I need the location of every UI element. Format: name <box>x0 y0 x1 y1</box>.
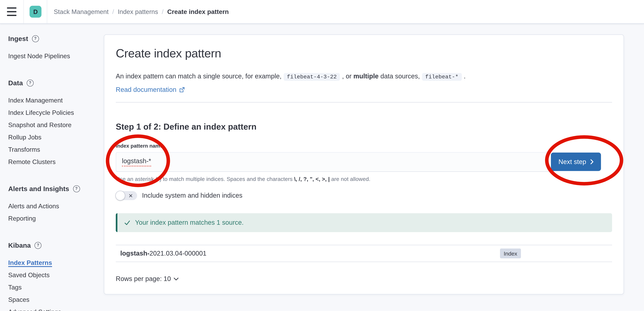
sidebar-header-alerts-insights: Alerts and Insights ? <box>8 185 101 193</box>
index-pattern-name-label: Index pattern name <box>116 143 612 149</box>
index-name-rest: 2021.03.04-000001 <box>150 250 206 257</box>
read-documentation-label: Read documentation <box>116 86 176 94</box>
sidebar-item-ingest-node-pipelines[interactable]: Ingest Node Pipelines <box>8 50 101 62</box>
hidden-indices-toggle-row: ✕ Include system and hidden indices <box>116 191 612 201</box>
breadcrumb-separator: / <box>162 8 164 15</box>
sidebar-group-alerts-insights: Alerts and Insights ? Alerts and Actions… <box>8 185 101 225</box>
breadcrumb-current-page: Create index pattern <box>167 8 229 15</box>
sidebar-header-kibana: Kibana ? <box>8 241 101 249</box>
rows-per-page-button[interactable]: Rows per page: 10 <box>116 275 179 283</box>
check-icon <box>124 220 130 226</box>
index-type-badge: Index <box>500 249 521 258</box>
table-row: logstash-2021.03.04-000001 <box>120 245 206 262</box>
screenshot-stage: D Stack Management / Index patterns / Cr… <box>0 0 644 311</box>
sidebar-header-label: Alerts and Insights <box>8 185 69 193</box>
matching-sources-table: logstash-2021.03.04-000001 Index <box>116 245 612 262</box>
help-question-icon[interactable]: ? <box>32 35 39 42</box>
read-documentation-link[interactable]: Read documentation <box>116 86 184 94</box>
page-title: Create index pattern <box>116 46 612 60</box>
sidebar-group-ingest: Ingest ? Ingest Node Pipelines <box>8 34 101 62</box>
chevron-right-icon <box>590 159 594 165</box>
sidebar-item-spaces[interactable]: Spaces <box>8 294 101 306</box>
success-callout: Your index pattern matches 1 source. <box>116 213 612 232</box>
next-step-button[interactable]: Next step <box>551 153 601 171</box>
sidebar-item-alerts-and-actions[interactable]: Alerts and Actions <box>8 200 101 212</box>
input-help-text: Use an asterisk (*) to match multiple in… <box>116 176 612 183</box>
chevron-down-icon <box>174 277 179 280</box>
sidebar-item-tags[interactable]: Tags <box>8 281 101 294</box>
rows-per-page-label: Rows per page: 10 <box>116 275 171 283</box>
sidebar-item-snapshot-and-restore[interactable]: Snapshot and Restore <box>8 119 101 131</box>
intro-part: . <box>464 73 466 80</box>
toggle-label: Include system and hidden indices <box>142 192 242 199</box>
intro-part: An index pattern can match a single sour… <box>116 73 282 80</box>
sidebar-item-saved-objects[interactable]: Saved Objects <box>8 269 101 281</box>
help-question-icon[interactable]: ? <box>73 185 80 192</box>
sidebar-item-advanced-settings[interactable]: Advanced Settings <box>8 306 101 311</box>
create-index-pattern-panel: Create index pattern An index pattern ca… <box>104 34 624 295</box>
sidebar-item-reporting[interactable]: Reporting <box>8 212 101 225</box>
intro-part: , or <box>342 73 352 80</box>
space-avatar[interactable]: D <box>30 6 42 18</box>
sidebar-item-rollup-jobs[interactable]: Rollup Jobs <box>8 131 101 144</box>
step-heading: Step 1 of 2: Define an index pattern <box>116 121 612 132</box>
management-sidebar: Ingest ? Ingest Node Pipelines Data ? In… <box>8 34 101 311</box>
sidebar-header-ingest: Ingest ? <box>8 34 101 43</box>
breadcrumb-stack-management[interactable]: Stack Management <box>54 8 109 15</box>
breadcrumb-index-patterns[interactable]: Index patterns <box>118 8 158 15</box>
index-pattern-input-value: logstash-* <box>122 157 151 166</box>
menu-hamburger-icon[interactable] <box>7 7 16 16</box>
toggle-off-x-icon: ✕ <box>128 191 133 200</box>
sidebar-item-index-patterns[interactable]: Index Patterns <box>8 257 101 269</box>
page-background: Ingest ? Ingest Node Pipelines Data ? In… <box>0 23 644 311</box>
sidebar-header-label: Kibana <box>8 241 31 249</box>
help-forbidden-characters: \, /, ?, ", <, >, | <box>294 176 330 182</box>
sidebar-header-data: Data ? <box>8 79 101 87</box>
sidebar-header-label: Data <box>8 79 23 87</box>
sidebar-group-kibana: Kibana ? Index Patterns Saved Objects Ta… <box>8 241 101 311</box>
help-prefix: Use an asterisk (*) to match multiple in… <box>116 176 294 182</box>
top-navigation-bar: D Stack Management / Index patterns / Cr… <box>0 0 644 24</box>
help-question-icon[interactable]: ? <box>26 79 34 86</box>
external-link-icon <box>179 87 184 93</box>
sidebar-item-index-lifecycle-policies[interactable]: Index Lifecycle Policies <box>8 107 101 119</box>
breadcrumb-separator: / <box>112 8 114 15</box>
success-callout-text: Your index pattern matches 1 source. <box>135 219 244 226</box>
next-step-label: Next step <box>558 158 586 166</box>
breadcrumb: Stack Management / Index patterns / Crea… <box>54 0 229 23</box>
intro-part: data sources, <box>380 73 420 80</box>
section-divider <box>116 102 612 103</box>
code-example-single: filebeat-4-3-22 <box>284 73 340 81</box>
header-divider <box>24 0 24 23</box>
index-pattern-input-row: logstash-* Next step <box>116 152 612 172</box>
index-name-match: logstash- <box>120 250 150 257</box>
header-divider <box>47 0 47 23</box>
include-hidden-indices-toggle[interactable]: ✕ <box>116 191 137 200</box>
intro-text: An index pattern can match a single sour… <box>116 71 612 82</box>
help-question-icon[interactable]: ? <box>34 242 42 249</box>
intro-bold-multiple: multiple <box>353 73 378 80</box>
sidebar-item-remote-clusters[interactable]: Remote Clusters <box>8 156 101 168</box>
help-suffix: are not allowed. <box>330 176 370 182</box>
code-example-wildcard: filebeat-* <box>422 73 462 81</box>
sidebar-item-index-management[interactable]: Index Management <box>8 94 101 107</box>
toggle-knob <box>116 191 125 201</box>
sidebar-header-label: Ingest <box>8 34 28 43</box>
index-pattern-input[interactable]: logstash-* <box>116 152 550 172</box>
sidebar-group-data: Data ? Index Management Index Lifecycle … <box>8 79 101 168</box>
sidebar-item-transforms[interactable]: Transforms <box>8 144 101 156</box>
